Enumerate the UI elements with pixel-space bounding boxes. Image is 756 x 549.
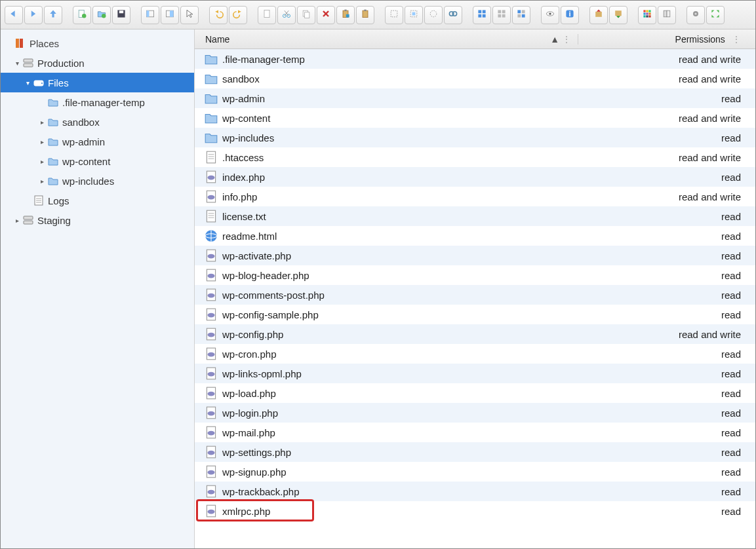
file-row[interactable]: wp-mail.phpread xyxy=(195,423,755,442)
forward-button[interactable] xyxy=(24,6,43,24)
file-permissions: read xyxy=(578,211,755,222)
file-row[interactable]: info.phpread and write xyxy=(195,187,755,206)
back-button[interactable] xyxy=(5,6,23,24)
cut-icon xyxy=(281,9,292,21)
up-button[interactable] xyxy=(44,6,62,24)
file-row[interactable]: wp-trackback.phpread xyxy=(195,482,755,501)
file-permissions: read xyxy=(578,427,755,438)
cut-button[interactable] xyxy=(277,6,296,24)
tree-item-logs[interactable]: Logs xyxy=(1,191,194,210)
file-row[interactable]: wp-login.phpread xyxy=(195,403,755,423)
new-folder-button[interactable] xyxy=(92,6,111,24)
file-row[interactable]: sandboxread and write xyxy=(195,69,755,88)
file-row[interactable]: .file-manager-tempread and write xyxy=(195,49,755,69)
tree-item-wp-admin[interactable]: ▸wp-admin xyxy=(1,132,194,151)
file-row[interactable]: wp-comments-post.phpread xyxy=(195,285,755,305)
file-name: wp-config.php xyxy=(222,329,578,340)
tree-item-wp-content[interactable]: ▸wp-content xyxy=(1,151,194,171)
up-icon xyxy=(48,9,58,21)
expand-toggle[interactable]: ▸ xyxy=(37,119,47,126)
paste-special-button[interactable] xyxy=(336,6,355,24)
file-name: wp-trackback.php xyxy=(222,486,578,497)
svg-point-122 xyxy=(208,470,215,475)
svg-point-110 xyxy=(208,352,215,357)
book-button[interactable] xyxy=(658,6,676,24)
file-row[interactable]: wp-includesread xyxy=(195,128,755,147)
apps-button[interactable] xyxy=(638,6,656,24)
new-file-button[interactable] xyxy=(73,6,91,24)
svg-point-48 xyxy=(549,12,551,14)
tree-item-wp-includes[interactable]: ▸wp-includes xyxy=(1,171,194,191)
copy-button[interactable] xyxy=(297,6,315,24)
undo-button[interactable] xyxy=(209,6,228,24)
select-lasso-button[interactable] xyxy=(424,6,443,24)
file-row[interactable]: wp-blog-header.phpread xyxy=(195,265,755,285)
svg-rect-72 xyxy=(16,39,19,48)
column-permissions[interactable]: Permissions ⋮ xyxy=(578,33,755,45)
column-drag-handle[interactable]: ⋮ xyxy=(732,34,741,45)
import-button[interactable] xyxy=(609,6,627,24)
file-row[interactable]: wp-load.phpread xyxy=(195,383,755,403)
svg-rect-65 xyxy=(667,10,670,17)
save-button[interactable] xyxy=(112,6,130,24)
fullscreen-button[interactable] xyxy=(706,6,725,24)
column-drag-handle[interactable]: ⋮ xyxy=(562,34,571,45)
file-row[interactable]: .htaccessread and write xyxy=(195,147,755,167)
file-row[interactable]: wp-contentread and write xyxy=(195,108,755,128)
file-row[interactable]: wp-settings.phpread xyxy=(195,442,755,462)
file-row[interactable]: wp-adminread xyxy=(195,88,755,108)
dotted-icon xyxy=(389,9,399,21)
file-row[interactable]: index.phpread xyxy=(195,167,755,187)
doc-button[interactable] xyxy=(258,6,276,24)
expand-toggle[interactable]: ▸ xyxy=(37,178,47,185)
grid-mix-button[interactable] xyxy=(512,6,530,24)
delete-button[interactable] xyxy=(317,6,335,24)
info-button[interactable]: i xyxy=(561,6,579,24)
file-row[interactable]: xmlrpc.phpread xyxy=(195,501,755,521)
grid-grey-icon xyxy=(496,9,507,21)
file-row[interactable]: wp-signup.phpread xyxy=(195,462,755,482)
tree-item-production[interactable]: ▾Production xyxy=(1,53,194,73)
sort-indicator-icon: ▲ xyxy=(550,34,559,45)
file-row[interactable]: license.txtread xyxy=(195,206,755,226)
tree-item-sandbox[interactable]: ▸sandbox xyxy=(1,112,194,132)
link-button[interactable] xyxy=(444,6,462,24)
panel-both-button[interactable] xyxy=(161,6,179,24)
file-row[interactable]: readme.htmlread xyxy=(195,226,755,246)
tree-item--file-manager-temp[interactable]: .file-manager-temp xyxy=(1,92,194,112)
tree-item-staging[interactable]: ▸Staging xyxy=(1,210,194,230)
cursor-button[interactable] xyxy=(180,6,199,24)
expand-toggle[interactable]: ▸ xyxy=(37,158,47,165)
column-name[interactable]: Name ▲ ⋮ xyxy=(195,34,578,45)
redo-button[interactable] xyxy=(229,6,247,24)
export-button[interactable] xyxy=(589,6,608,24)
file-permissions: read xyxy=(578,506,755,517)
expand-toggle[interactable]: ▾ xyxy=(23,79,32,86)
file-row[interactable]: wp-links-opml.phpread xyxy=(195,364,755,383)
grid-blue-button[interactable] xyxy=(473,6,491,24)
svg-rect-15 xyxy=(264,10,269,17)
expand-toggle[interactable]: ▸ xyxy=(37,138,47,145)
grid-grey-button[interactable] xyxy=(492,6,511,24)
paste-button[interactable] xyxy=(356,6,374,24)
php-icon xyxy=(204,464,218,479)
file-row[interactable]: wp-config.phpread and write xyxy=(195,324,755,344)
gear-button[interactable] xyxy=(686,6,705,24)
toolbar: i xyxy=(1,1,755,29)
tree-item-label: wp-admin xyxy=(62,136,105,147)
file-row[interactable]: wp-activate.phpread xyxy=(195,246,755,265)
file-permissions: read and write xyxy=(578,113,755,124)
php-icon xyxy=(204,445,218,459)
eye-button[interactable] xyxy=(541,6,559,24)
file-permissions: read xyxy=(578,93,755,104)
svg-rect-28 xyxy=(364,10,366,11)
expand-toggle[interactable]: ▾ xyxy=(12,60,22,67)
info-icon: i xyxy=(565,9,575,21)
tree-item-files[interactable]: ▾Files xyxy=(1,73,194,92)
file-row[interactable]: wp-config-sample.phpread xyxy=(195,305,755,324)
panel-left-button[interactable] xyxy=(141,6,159,24)
dotted-button[interactable] xyxy=(385,6,403,24)
select-rect-button[interactable] xyxy=(405,6,423,24)
file-row[interactable]: wp-cron.phpread xyxy=(195,344,755,364)
expand-toggle[interactable]: ▸ xyxy=(12,217,22,224)
